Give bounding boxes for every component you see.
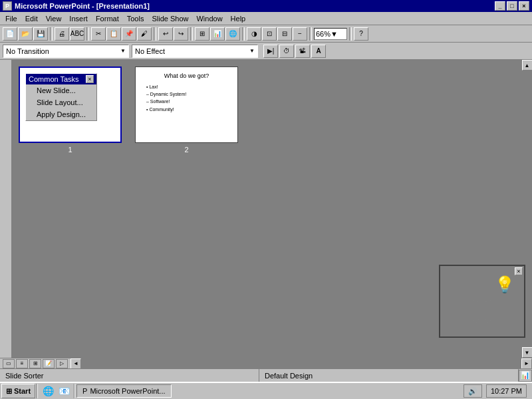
active-window-button[interactable]: P Microsoft PowerPoint... — [76, 384, 171, 398]
maximize-button[interactable]: □ — [507, 1, 517, 11]
menu-edit[interactable]: Edit — [21, 13, 42, 24]
spellcheck-btn[interactable]: ABC — [70, 27, 84, 41]
menu-help[interactable]: Help — [227, 13, 250, 24]
scroll-down-btn[interactable]: ▼ — [522, 347, 533, 358]
slide-2-bullet-2: – Software! — [141, 98, 232, 105]
new-btn[interactable]: 📄 — [3, 27, 17, 41]
design-label: Default Design — [265, 372, 313, 380]
insert-chart-btn[interactable]: 📊 — [210, 27, 225, 41]
copy-btn[interactable]: 📋 — [106, 27, 121, 41]
slide-2-content: What do we got? • Lax! – Dynamic System!… — [136, 67, 237, 118]
scroll-up-btn[interactable]: ▲ — [522, 60, 533, 70]
view-buttons: ▭ ≡ ⊞ 📝 ▷ — [0, 359, 70, 368]
new-slide-item[interactable]: New Slide... — [26, 84, 96, 96]
close-button[interactable]: × — [519, 1, 529, 11]
normal-view-btn[interactable]: ▭ — [3, 359, 15, 368]
cut-btn[interactable]: ✂ — [91, 27, 106, 41]
format-painter-btn[interactable]: 🖌 — [137, 27, 152, 41]
slideshow-view-btn[interactable]: ▷ — [56, 359, 68, 368]
start-icon: ⊞ — [6, 387, 12, 396]
sep6 — [309, 27, 312, 41]
redo-btn[interactable]: ↪ — [174, 27, 188, 41]
slide-2-number: 2 — [184, 146, 188, 154]
menu-view[interactable]: View — [42, 13, 66, 24]
bottom-scrollbar: ▭ ≡ ⊞ 📝 ▷ ◄ ► — [0, 358, 532, 368]
menu-slideshow[interactable]: Slide Show — [148, 13, 192, 24]
preview-btn[interactable]: ▶| — [263, 45, 278, 58]
slide-2-bullet-0: • Lax! — [141, 83, 232, 90]
status-slide-sorter: Slide Sorter — [0, 369, 259, 382]
common-tasks-popup: Common Tasks × New Slide... Slide Layout… — [25, 73, 97, 121]
slide-1-container: Common Tasks × New Slide... Slide Layout… — [19, 66, 122, 154]
tray-icons: 🔊 — [464, 384, 482, 398]
rehearse-btn[interactable]: ⏱ — [279, 45, 294, 58]
menu-file[interactable]: File — [1, 13, 21, 24]
bw-btn[interactable]: ◑ — [247, 27, 261, 41]
title-bar: P Microsoft PowerPoint - [Presentation1]… — [0, 0, 532, 12]
save-btn[interactable]: 💾 — [33, 27, 48, 41]
common-tasks-close[interactable]: × — [86, 75, 94, 83]
slide-sorter-view-btn[interactable]: ⊞ — [29, 359, 41, 368]
outlook-icon[interactable]: 📧 — [57, 384, 71, 398]
apply-design-item[interactable]: Apply Design... — [26, 108, 96, 120]
text-size-btn[interactable]: A — [311, 45, 326, 58]
insert-table-btn[interactable]: ⊞ — [195, 27, 209, 41]
hscroll-right-btn[interactable]: ► — [521, 358, 532, 369]
clippy-close-btn[interactable]: × — [515, 267, 523, 275]
menu-format[interactable]: Format — [92, 13, 123, 24]
slide-2-title: What do we got? — [141, 72, 232, 79]
effect-dropdown[interactable]: No Effect ▼ — [132, 45, 258, 58]
transition-dropdown[interactable]: No Transition ▼ — [3, 45, 129, 58]
left-panel — [0, 60, 12, 358]
collapse-btn[interactable]: ⊟ — [277, 27, 292, 41]
taskbar-quick-launch: 🌐 📧 — [38, 384, 74, 398]
effect-label: No Effect — [135, 47, 165, 55]
sep3 — [154, 27, 156, 41]
hscroll-track[interactable] — [81, 358, 521, 369]
sep4 — [190, 27, 193, 41]
menu-tools[interactable]: Tools — [123, 13, 148, 24]
slide-1[interactable]: Common Tasks × New Slide... Slide Layout… — [19, 66, 122, 143]
start-button[interactable]: ⊞ Start — [1, 384, 35, 398]
app-icon: P — [3, 1, 12, 11]
slideshow-toolbar: No Transition ▼ No Effect ▼ ▶| ⏱ 📽 A — [0, 43, 532, 60]
sep5 — [242, 27, 245, 41]
clock: 10:27 PM — [486, 384, 527, 398]
slide-2[interactable]: What do we got? • Lax! – Dynamic System!… — [135, 66, 238, 143]
clippy-content: 💡 — [462, 271, 502, 332]
clippy-popup: × 💡 — [439, 265, 525, 338]
outline-view-btn[interactable]: ≡ — [16, 359, 28, 368]
sep1 — [50, 27, 53, 41]
common-tasks-header: Common Tasks × — [26, 74, 96, 84]
slide-2-container: What do we got? • Lax! – Dynamic System!… — [135, 66, 238, 154]
minimize-button[interactable]: _ — [495, 1, 505, 11]
hscroll-left-btn[interactable]: ◄ — [70, 358, 81, 369]
notes-view-btn[interactable]: 📝 — [43, 359, 55, 368]
menu-insert[interactable]: Insert — [65, 13, 92, 24]
status-icon: 📊 — [519, 370, 532, 382]
slide-2-bullet-3: • Community! — [141, 106, 232, 113]
title-bar-left: P Microsoft PowerPoint - [Presentation1] — [3, 1, 150, 11]
print-btn[interactable]: 🖨 — [55, 27, 69, 41]
app-window: P Microsoft PowerPoint - [Presentation1]… — [0, 0, 532, 382]
ie-icon[interactable]: 🌐 — [41, 384, 55, 398]
slide-1-number: 1 — [68, 146, 72, 154]
window-title: Microsoft PowerPoint - [Presentation1] — [15, 2, 150, 10]
help-btn[interactable]: ? — [354, 27, 368, 41]
active-app-icon: P — [82, 387, 87, 395]
expand-btn[interactable]: ⊡ — [262, 27, 277, 41]
undo-btn[interactable]: ↩ — [158, 27, 173, 41]
slide-layout-item[interactable]: Slide Layout... — [26, 96, 96, 108]
show-btn[interactable]: 📽 — [295, 45, 310, 58]
sep2 — [86, 27, 89, 41]
open-btn[interactable]: 📂 — [18, 27, 33, 41]
sep7 — [349, 27, 352, 41]
system-tray: 🔊 10:27 PM — [458, 384, 532, 398]
start-label: Start — [14, 387, 31, 395]
menu-window[interactable]: Window — [192, 13, 226, 24]
zoom-level[interactable]: 66%▼ — [314, 28, 347, 40]
effect-arrow-icon: ▼ — [249, 48, 255, 54]
web-btn[interactable]: 🌐 — [225, 27, 240, 41]
paste-btn[interactable]: 📌 — [122, 27, 136, 41]
zoom-out-btn[interactable]: − — [293, 27, 307, 41]
